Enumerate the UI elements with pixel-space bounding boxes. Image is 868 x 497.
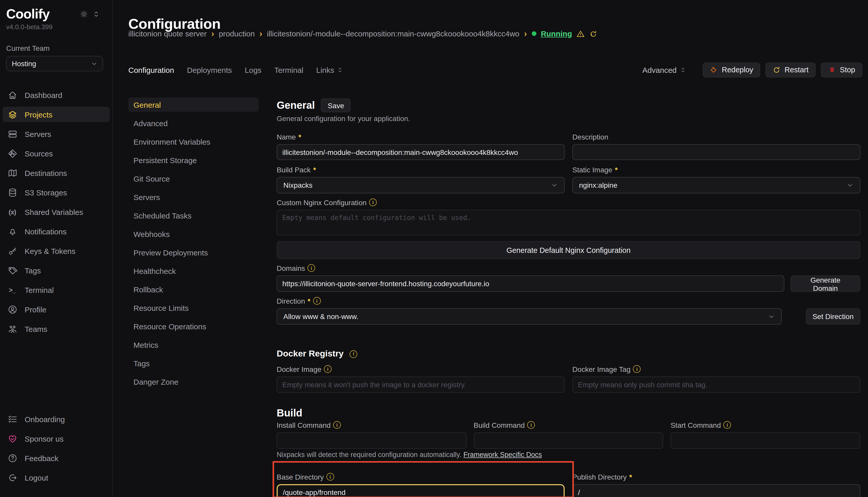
info-icon[interactable]	[527, 421, 535, 429]
theme-switch-chevrons-icon[interactable]	[92, 10, 100, 18]
subnav-item-danger-zone[interactable]: Danger Zone	[128, 374, 259, 389]
build-command-input[interactable]	[473, 432, 663, 449]
docker-image-input[interactable]	[277, 377, 565, 393]
info-icon[interactable]	[333, 421, 341, 429]
theme-sun-icon[interactable]	[80, 10, 88, 18]
subnav-item-scheduled-tasks[interactable]: Scheduled Tasks	[128, 208, 259, 223]
team-select-value: Hosting	[12, 59, 36, 68]
nginx-config-textarea[interactable]	[277, 210, 860, 236]
direction-label: Direction*	[277, 296, 860, 305]
subnav-item-healthcheck[interactable]: Healthcheck	[128, 264, 259, 278]
sidebar-item-profile[interactable]: Profile	[3, 302, 110, 317]
sidebar-item-notifications[interactable]: Notifications	[3, 224, 110, 239]
tab-terminal[interactable]: Terminal	[274, 66, 303, 74]
sidebar-item-sponsor[interactable]: Sponsor us	[3, 431, 110, 446]
refresh-icon[interactable]	[590, 29, 598, 38]
sidebar-item-servers[interactable]: Servers	[3, 126, 110, 142]
advanced-dropdown[interactable]: Advanced	[643, 66, 686, 74]
generate-domain-button[interactable]: Generate Domain	[790, 275, 860, 292]
breadcrumb-environment[interactable]: production	[219, 29, 255, 38]
info-icon[interactable]	[308, 264, 315, 272]
stop-label: Stop	[840, 66, 855, 74]
sidebar-item-label: Destinations	[25, 169, 67, 177]
sidebar-item-logout[interactable]: Logout	[3, 470, 110, 485]
git-icon	[7, 148, 17, 158]
breadcrumb-project[interactable]: illicitonion quote server	[128, 29, 207, 38]
publish-directory-input[interactable]	[572, 484, 860, 497]
info-icon[interactable]	[633, 365, 641, 373]
sidebar-item-label: Feedback	[25, 454, 58, 463]
sidebar-item-s3-storages[interactable]: S3 Storages	[3, 185, 110, 200]
sidebar-item-feedback[interactable]: Feedback	[3, 450, 110, 466]
direction-select[interactable]: Allow www & non-www.	[277, 308, 782, 325]
map-icon	[7, 168, 17, 178]
sidebar-item-teams[interactable]: Teams	[3, 321, 110, 337]
framework-docs-link[interactable]: Framework Specific Docs	[463, 451, 542, 458]
chevron-down-icon	[846, 182, 854, 189]
required-marker: *	[313, 166, 316, 174]
generate-nginx-button[interactable]: Generate Default Nginx Configuration	[277, 241, 860, 259]
sidebar-item-onboarding[interactable]: Onboarding	[3, 411, 110, 427]
sidebar-item-destinations[interactable]: Destinations	[3, 165, 110, 181]
build-pack-select[interactable]: Nixpacks	[277, 177, 565, 193]
sidebar-item-label: Servers	[25, 129, 51, 138]
set-direction-button[interactable]: Set Direction	[806, 308, 860, 325]
redeploy-button[interactable]: Redeploy	[703, 62, 760, 77]
base-directory-input[interactable]	[277, 484, 565, 497]
sidebar-item-label: Dashboard	[25, 90, 63, 99]
tab-links[interactable]: Links	[316, 66, 343, 74]
install-command-input[interactable]	[277, 432, 466, 449]
sidebar-item-tags[interactable]: Tags	[3, 262, 110, 278]
breadcrumb-application[interactable]: illicitestonion/-module--decomposition:m…	[267, 29, 520, 38]
info-icon[interactable]	[313, 297, 320, 305]
subnav-item-tags[interactable]: Tags	[128, 356, 259, 370]
info-icon[interactable]	[324, 365, 332, 373]
subnav-item-persistent-storage[interactable]: Persistent Storage	[128, 153, 259, 167]
name-input[interactable]	[277, 144, 565, 160]
restart-button[interactable]: Restart	[766, 62, 816, 77]
docker-image-tag-input[interactable]	[572, 377, 860, 393]
subnav-item-resource-operations[interactable]: Resource Operations	[128, 319, 259, 333]
sidebar-item-dashboard[interactable]: Dashboard	[3, 87, 110, 103]
app-logo: Coolify	[6, 6, 50, 22]
bell-icon	[7, 226, 17, 237]
base-directory-label: Base Directory	[277, 472, 565, 481]
subnav-item-servers[interactable]: Servers	[128, 190, 259, 204]
info-icon[interactable]	[369, 198, 377, 206]
subnav-item-webhooks[interactable]: Webhooks	[128, 227, 259, 241]
description-input[interactable]	[572, 144, 860, 160]
docker-image-label: Docker Image	[277, 365, 565, 373]
sidebar-item-label: Profile	[25, 305, 46, 314]
info-icon[interactable]	[327, 473, 334, 481]
subnav-item-advanced[interactable]: Advanced	[128, 116, 259, 130]
sidebar-item-keys-tokens[interactable]: Keys & Tokens	[3, 243, 110, 258]
save-button[interactable]: Save	[321, 98, 351, 112]
warning-icon[interactable]	[577, 29, 585, 38]
section-title-build: Build	[277, 407, 302, 419]
static-image-select[interactable]: nginx:alpine	[572, 177, 860, 193]
tab-logs[interactable]: Logs	[245, 66, 262, 74]
section-title-docker-registry: Docker Registry	[277, 349, 344, 359]
subnav-item-resource-limits[interactable]: Resource Limits	[128, 301, 259, 315]
subnav-item-metrics[interactable]: Metrics	[128, 338, 259, 352]
team-select[interactable]: Hosting	[6, 56, 103, 71]
stop-button[interactable]: Stop	[821, 62, 862, 77]
domains-input[interactable]	[277, 275, 784, 292]
subnav-item-preview-deployments[interactable]: Preview Deployments	[128, 245, 259, 259]
tab-links-label: Links	[316, 66, 334, 74]
subnav-item-git-source[interactable]: Git Source	[128, 171, 259, 186]
info-icon[interactable]	[724, 421, 731, 429]
status-running-link[interactable]: Running	[541, 29, 572, 38]
sidebar-item-label: Teams	[25, 324, 47, 333]
subnav-item-environment-variables[interactable]: Environment Variables	[128, 134, 259, 149]
info-icon[interactable]	[350, 350, 358, 358]
sidebar-item-shared-variables[interactable]: Shared Variables	[3, 204, 110, 219]
subnav-item-general[interactable]: General	[128, 97, 259, 112]
tab-deployments[interactable]: Deployments	[187, 66, 232, 74]
sidebar-item-terminal[interactable]: Terminal	[3, 282, 110, 297]
tab-configuration[interactable]: Configuration	[128, 66, 174, 74]
sidebar-item-projects[interactable]: Projects	[3, 107, 110, 122]
subnav-item-rollback[interactable]: Rollback	[128, 282, 259, 296]
sidebar-item-sources[interactable]: Sources	[3, 146, 110, 161]
start-command-input[interactable]	[671, 432, 860, 449]
